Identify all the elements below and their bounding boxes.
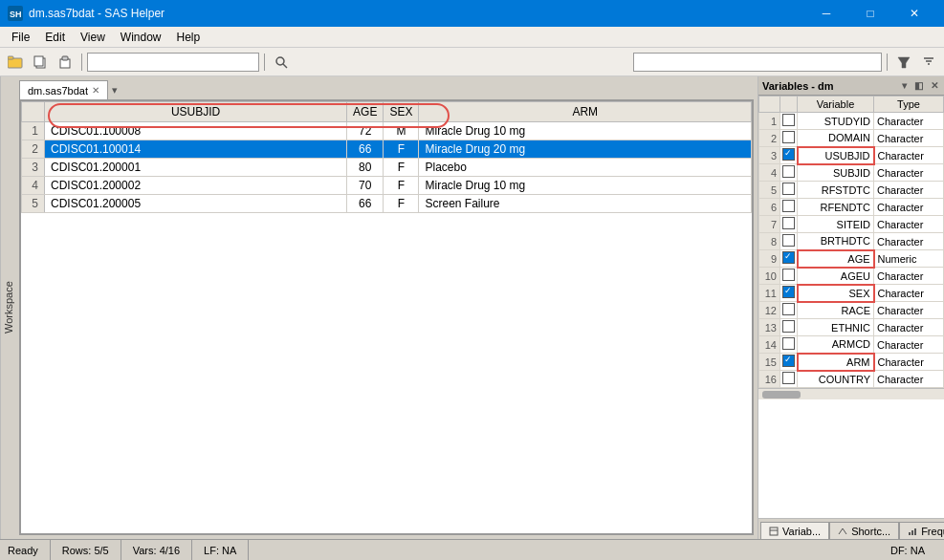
panel-tab-variables[interactable]: Variab...: [760, 522, 829, 539]
minimize-button[interactable]: ─: [804, 0, 848, 27]
cell-arm: Miracle Drug 10 mg: [419, 122, 752, 140]
var-cb-cell[interactable]: [780, 268, 798, 285]
data-table-row[interactable]: 3 CDISC01.200001 80 F Placebo: [22, 159, 752, 177]
status-df-text: DF: NA: [890, 545, 925, 556]
panel-tab-shortcuts[interactable]: Shortc...: [829, 522, 899, 539]
close-button[interactable]: ✕: [892, 0, 936, 27]
checkbox-unchecked[interactable]: [782, 372, 795, 384]
checkbox-checked[interactable]: [782, 148, 795, 161]
var-name-cell: USUBJID: [798, 147, 874, 164]
var-table-row[interactable]: 10 AGEU Character: [759, 268, 944, 285]
var-table-row[interactable]: 4 SUBJID Character: [759, 164, 944, 182]
var-table-row[interactable]: 15 ARM Character: [759, 354, 944, 371]
data-table-row[interactable]: 5 CDISC01.200005 66 F Screen Failure: [22, 195, 752, 213]
tab-dm-sas7bdat[interactable]: dm.sas7bdat ✕: [19, 80, 108, 99]
var-table-row[interactable]: 1 STUDYID Character: [759, 113, 944, 130]
checkbox-unchecked[interactable]: [782, 269, 795, 281]
var-cb-cell[interactable]: [780, 233, 798, 250]
panel-tab-frequencies[interactable]: Frequ...: [899, 522, 944, 539]
var-table-row[interactable]: 3 USUBJID Character: [759, 147, 944, 164]
panel-float-btn[interactable]: ◧: [912, 80, 925, 91]
var-scrollbar[interactable]: [758, 388, 944, 399]
toolbar-paste-btn[interactable]: [54, 52, 77, 73]
var-type-cell: Character: [874, 233, 944, 250]
toolbar-filter-btn[interactable]: [892, 52, 915, 73]
var-table-row[interactable]: 5 RFSTDTC Character: [759, 182, 944, 199]
svg-marker-10: [898, 57, 910, 68]
var-cb-cell[interactable]: [780, 164, 798, 182]
var-table-row[interactable]: 7 SITEID Character: [759, 216, 944, 233]
cell-usubjid: CDISC01.200005: [45, 195, 347, 213]
toolbar-search-btn[interactable]: [270, 52, 293, 73]
var-cb-cell[interactable]: [780, 319, 798, 336]
checkbox-unchecked[interactable]: [782, 217, 795, 229]
var-cb-cell[interactable]: [780, 371, 798, 388]
checkbox-checked[interactable]: [782, 251, 795, 264]
toolbar-search-input[interactable]: [87, 53, 259, 72]
checkbox-unchecked[interactable]: [782, 165, 795, 178]
checkbox-unchecked[interactable]: [782, 114, 795, 126]
var-table-row[interactable]: 8 BRTHDTC Character: [759, 233, 944, 250]
var-table-row[interactable]: 6 RFENDTC Character: [759, 199, 944, 216]
toolbar-filter2-btn[interactable]: [917, 52, 940, 73]
data-table-row[interactable]: 4 CDISC01.200002 70 F Miracle Drug 10 mg: [22, 177, 752, 195]
checkbox-checked[interactable]: [782, 286, 795, 298]
col-arm-header[interactable]: ARM: [419, 102, 752, 122]
menu-edit[interactable]: Edit: [37, 29, 73, 46]
checkbox-unchecked[interactable]: [782, 303, 795, 315]
var-table-row[interactable]: 14 ARMCD Character: [759, 336, 944, 354]
var-type-cell: Character: [874, 216, 944, 233]
var-cb-cell[interactable]: [780, 354, 798, 371]
var-cb-cell[interactable]: [780, 285, 798, 302]
var-cb-cell[interactable]: [780, 302, 798, 319]
var-table-row[interactable]: 11 SEX Character: [759, 285, 944, 302]
var-col-name: Variable: [798, 97, 874, 113]
checkbox-unchecked[interactable]: [782, 200, 795, 212]
var-type-cell: Character: [874, 164, 944, 182]
menu-view[interactable]: View: [73, 29, 113, 46]
tab-dropdown-btn[interactable]: ▾: [108, 82, 121, 98]
var-cb-cell[interactable]: [780, 147, 798, 164]
menu-help[interactable]: Help: [169, 29, 209, 46]
col-age-header[interactable]: AGE: [347, 102, 384, 122]
title-bar: SH dm.sas7bdat - SAS Helper ─ □ ✕: [0, 0, 944, 27]
window-title: dm.sas7bdat - SAS Helper: [29, 7, 804, 20]
var-cb-cell[interactable]: [780, 199, 798, 216]
var-cb-cell[interactable]: [780, 216, 798, 233]
toolbar-filter-input[interactable]: [633, 53, 882, 72]
var-table-row[interactable]: 2 DOMAIN Character: [759, 130, 944, 147]
data-table-row[interactable]: 2 CDISC01.100014 66 F Miracle Drug 20 mg: [22, 140, 752, 159]
checkbox-unchecked[interactable]: [782, 337, 795, 350]
var-type-cell: Numeric: [874, 250, 944, 268]
var-cb-cell[interactable]: [780, 336, 798, 354]
menu-window[interactable]: Window: [113, 29, 169, 46]
var-row-num: 16: [759, 371, 780, 388]
var-table-row[interactable]: 9 AGE Numeric: [759, 250, 944, 268]
svg-text:SH: SH: [10, 10, 22, 19]
maximize-button[interactable]: □: [848, 0, 892, 27]
tab-close-icon[interactable]: ✕: [92, 85, 99, 96]
menu-file[interactable]: File: [4, 29, 37, 46]
col-sex-header[interactable]: SEX: [384, 102, 419, 122]
var-table-row[interactable]: 12 RACE Character: [759, 302, 944, 319]
checkbox-checked[interactable]: [782, 355, 795, 367]
checkbox-unchecked[interactable]: [782, 131, 795, 143]
checkbox-unchecked[interactable]: [782, 234, 795, 247]
checkbox-unchecked[interactable]: [782, 183, 795, 195]
var-cb-cell[interactable]: [780, 113, 798, 130]
col-usubjid-header[interactable]: USUBJID: [45, 102, 347, 122]
toolbar-copy-btn[interactable]: [29, 52, 52, 73]
frequencies-tab-icon: [908, 527, 917, 536]
var-cb-cell[interactable]: [780, 250, 798, 268]
toolbar-open-btn[interactable]: [4, 52, 27, 73]
panel-pin-btn[interactable]: ▾: [900, 80, 909, 91]
var-table-row[interactable]: 13 ETHNIC Character: [759, 319, 944, 336]
var-table-row[interactable]: 16 COUNTRY Character: [759, 371, 944, 388]
var-cb-cell[interactable]: [780, 130, 798, 147]
data-table-row[interactable]: 1 CDISC01.100008 72 M Miracle Drug 10 mg: [22, 122, 752, 140]
checkbox-unchecked[interactable]: [782, 320, 795, 333]
status-rows-text: Rows: 5/5: [62, 545, 109, 556]
panel-close-btn[interactable]: ✕: [929, 80, 940, 91]
var-cb-cell[interactable]: [780, 182, 798, 199]
var-row-num: 14: [759, 336, 780, 354]
